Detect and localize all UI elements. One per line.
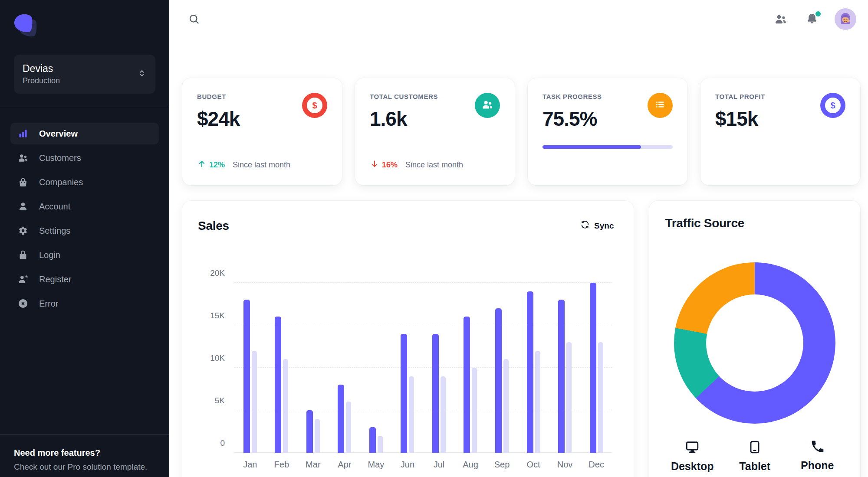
y-axis-label: 10K [198,353,225,363]
sidebar-item-label: Register [39,274,71,284]
workspace-selector[interactable]: Devias Production [14,55,155,94]
customers-trend-caption: Since last month [405,160,463,170]
total-customers-card: TOTAL CUSTOMERS 1.6k 16% Since last mont… [355,78,515,185]
bar-secondary [315,419,320,453]
bar-group [392,283,424,453]
bar-primary [558,300,565,453]
sidebar-item-label: Overview [39,129,78,139]
lock-icon [17,249,29,261]
sales-card: Sales Sync 05K10K15K20K JanFebMarAprMayJ… [182,201,634,477]
bar-group [486,283,518,453]
sidebar-item-register[interactable]: Register [10,268,159,290]
stats-row: BUDGET $24k $ 12% Since last month [182,78,860,185]
sidebar-item-label: Companies [39,177,83,187]
x-axis-label: Apr [329,460,361,470]
x-axis-label: Aug [455,460,487,470]
unfold-chevrons-icon [137,69,147,80]
task-progress-avatar [648,93,673,118]
bar-group [234,283,266,453]
notifications-button[interactable] [803,10,821,29]
bar-secondary [566,342,572,453]
main-area: BUDGET $24k $ 12% Since last month [169,0,868,477]
y-axis-label: 5K [198,396,225,405]
dollar-icon: $ [307,98,322,113]
x-axis-label: Mar [297,460,329,470]
customers-value: 1.6k [370,107,438,131]
traffic-donut-chart [674,262,835,424]
users-icon [774,12,788,27]
x-axis-label: Jan [234,460,266,470]
customers-trend: 16% Since last month [370,159,500,170]
x-axis-label: Dec [581,460,612,470]
phone-icon [810,439,825,456]
bar-secondary [283,359,288,453]
x-axis-label: Jun [392,460,424,470]
sidebar-item-account[interactable]: Account [10,196,159,217]
sidebar-item-label: Customers [39,153,81,163]
sync-label: Sync [594,221,614,231]
sidebar-item-login[interactable]: Login [10,244,159,266]
contacts-button[interactable] [772,10,789,29]
customers-trend-value: 16% [382,160,398,170]
user-plus-icon [17,274,29,285]
search-button[interactable] [186,11,202,29]
sidebar-item-customers[interactable]: Customers [10,147,159,169]
users-icon [17,152,29,163]
user-avatar[interactable] [835,8,856,31]
y-axis-label: 0 [198,438,225,448]
budget-label: BUDGET [197,93,240,100]
bar-group [266,283,298,453]
task-progress-bar-fill [542,145,641,149]
bar-primary [275,317,281,453]
sales-title: Sales [198,219,229,233]
tablet-icon [747,439,763,457]
x-axis-label: Jul [423,460,455,470]
bar-secondary [535,351,540,453]
task-progress-card: TASK PROGRESS 75.5% [528,78,687,185]
bar-group [518,283,549,453]
x-axis-label: Feb [266,460,298,470]
sidebar-item-error[interactable]: Error [10,293,159,314]
avatar-memoji-icon [835,8,856,31]
workspace-environment: Production [23,76,60,85]
x-axis-label: Oct [518,460,549,470]
task-progress-value: 75.5% [542,107,602,131]
workspace-name: Devias [23,63,60,75]
bar-secondary [441,376,446,453]
traffic-source-card: Traffic Source Desktop [649,201,860,477]
budget-card: BUDGET $24k $ 12% Since last month [182,78,342,185]
bar-primary [464,317,470,453]
bar-primary [306,410,313,453]
customers-avatar [475,93,500,118]
sidebar-item-overview[interactable]: Overview [10,123,159,144]
sidebar-item-companies[interactable]: Companies [10,171,159,193]
sidebar-item-label: Login [39,250,60,260]
sidebar-item-settings[interactable]: Settings [10,220,159,242]
legend-item-tablet: Tablet [729,439,780,473]
sidebar-item-label: Settings [39,226,70,236]
total-profit-value: $15k [715,107,765,131]
customers-label: TOTAL CUSTOMERS [370,93,438,100]
bar-group [455,283,487,453]
bars-row [234,283,612,453]
x-axis-label: Sep [486,460,518,470]
total-profit-card: TOTAL PROFIT $15k $ [700,78,860,185]
bar-secondary [409,376,414,453]
bar-secondary [598,342,603,453]
bar-primary [338,385,344,453]
refresh-icon [580,220,590,232]
bar-primary [527,291,533,453]
x-axis-label: May [360,460,392,470]
logo-shape [13,13,33,33]
bar-secondary [252,351,257,453]
sidebar: Devias Production Overview Customers [0,0,169,477]
sync-button[interactable]: Sync [576,216,618,235]
y-axis-label: 20K [198,268,225,278]
bar-group [360,283,392,453]
bar-group [329,283,361,453]
desktop-icon [684,439,700,457]
bar-primary [590,283,596,453]
budget-trend: 12% Since last month [197,159,327,170]
budget-trend-caption: Since last month [233,160,290,170]
bar-secondary [378,436,383,453]
